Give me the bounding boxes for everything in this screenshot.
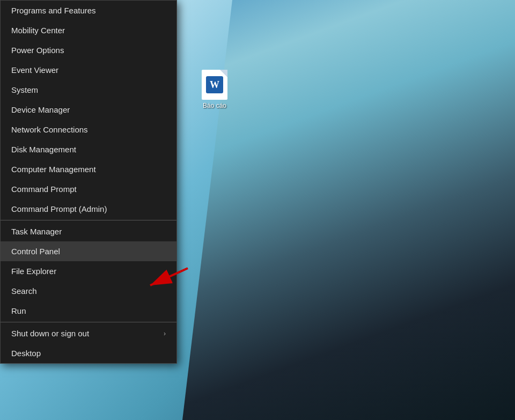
menu-item-desktop[interactable]: Desktop bbox=[1, 343, 176, 363]
menu-item-label-command-prompt-admin: Command Prompt (Admin) bbox=[11, 204, 107, 213]
menu-item-label-network-connections: Network Connections bbox=[11, 125, 88, 134]
menu-item-label-disk-management: Disk Management bbox=[11, 145, 76, 154]
desktop-wallpaper-character bbox=[182, 0, 515, 420]
menu-separator-command-prompt-admin bbox=[1, 220, 176, 220]
menu-item-label-file-explorer: File Explorer bbox=[11, 267, 56, 276]
menu-item-command-prompt-admin[interactable]: Command Prompt (Admin) bbox=[1, 199, 176, 219]
menu-item-command-prompt[interactable]: Command Prompt bbox=[1, 179, 176, 199]
menu-item-label-power-options: Power Options bbox=[11, 46, 64, 55]
word-badge: W bbox=[206, 76, 223, 93]
menu-item-label-control-panel: Control Panel bbox=[11, 247, 60, 256]
menu-item-label-command-prompt: Command Prompt bbox=[11, 185, 77, 194]
chevron-right-icon: › bbox=[164, 330, 166, 337]
menu-item-file-explorer[interactable]: File Explorer bbox=[1, 261, 176, 281]
menu-item-shut-down-sign-out[interactable]: Shut down or sign out› bbox=[1, 323, 176, 343]
menu-item-label-search: Search bbox=[11, 286, 37, 296]
menu-item-label-shut-down-sign-out: Shut down or sign out bbox=[11, 329, 89, 338]
menu-item-label-run: Run bbox=[11, 306, 26, 315]
menu-item-label-event-viewer: Event Viewer bbox=[11, 65, 58, 75]
menu-item-task-manager[interactable]: Task Manager bbox=[1, 222, 176, 241]
word-document-icon: W bbox=[202, 70, 227, 100]
menu-item-network-connections[interactable]: Network Connections bbox=[1, 120, 176, 139]
menu-item-search[interactable]: Search bbox=[1, 281, 176, 301]
menu-item-event-viewer[interactable]: Event Viewer bbox=[1, 60, 176, 80]
menu-item-label-system: System bbox=[11, 85, 38, 94]
menu-item-power-options[interactable]: Power Options bbox=[1, 40, 176, 60]
context-menu: Programs and FeaturesMobility CenterPowe… bbox=[0, 0, 177, 364]
desktop-icon-baocao[interactable]: W Báo cáo bbox=[193, 70, 236, 110]
menu-item-programs-and-features[interactable]: Programs and Features bbox=[1, 1, 176, 20]
menu-item-control-panel[interactable]: Control Panel bbox=[1, 241, 176, 261]
menu-item-label-desktop: Desktop bbox=[11, 349, 41, 358]
menu-item-label-programs-and-features: Programs and Features bbox=[11, 6, 96, 15]
menu-item-device-manager[interactable]: Device Manager bbox=[1, 100, 176, 120]
desktop-icon-label: Báo cáo bbox=[203, 102, 226, 110]
menu-item-mobility-center[interactable]: Mobility Center bbox=[1, 20, 176, 40]
menu-item-label-task-manager: Task Manager bbox=[11, 227, 62, 236]
menu-item-label-mobility-center: Mobility Center bbox=[11, 26, 65, 35]
menu-item-computer-management[interactable]: Computer Management bbox=[1, 159, 176, 179]
menu-item-label-device-manager: Device Manager bbox=[11, 105, 70, 114]
menu-separator-run bbox=[1, 322, 176, 322]
menu-item-run[interactable]: Run bbox=[1, 301, 176, 321]
menu-item-label-computer-management: Computer Management bbox=[11, 165, 96, 174]
menu-item-disk-management[interactable]: Disk Management bbox=[1, 139, 176, 159]
menu-item-system[interactable]: System bbox=[1, 80, 176, 100]
